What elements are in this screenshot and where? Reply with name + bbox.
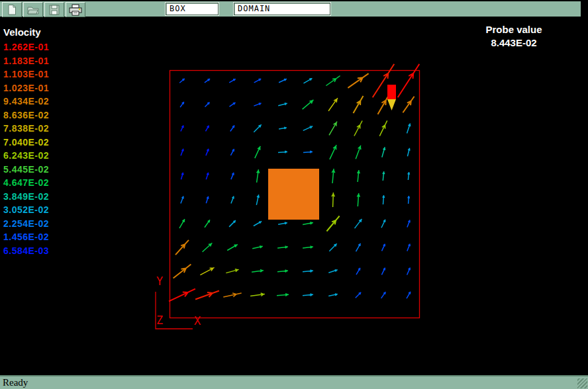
velocity-arrow [230,126,234,132]
velocity-arrow [277,294,289,296]
new-file-icon [5,4,19,16]
velocity-arrow [328,294,338,296]
velocity-arrow [304,78,313,83]
velocity-arrow [381,220,385,228]
velocity-arrow [407,292,411,298]
velocity-arrow [403,97,414,113]
velocity-arrow [378,95,389,114]
velocity-arrow [181,173,183,180]
velocity-arrow [303,246,313,248]
velocity-arrow [252,246,263,249]
velocity-arrow [230,149,234,155]
velocity-arrow [230,103,236,107]
velocity-arrow [206,196,209,203]
velocity-arrow [407,148,410,157]
save-file-button[interactable] [44,2,64,17]
axis-label-y: Y [156,275,163,288]
velocity-arrow [279,127,287,129]
velocity-arrow [382,244,385,251]
velocity-arrow [203,243,213,251]
velocity-arrow [278,103,287,106]
open-folder-icon [26,4,40,16]
new-file-button[interactable] [2,2,22,17]
velocity-arrow [277,270,288,272]
velocity-arrow [257,169,260,183]
velocity-arrow [332,193,335,207]
velocity-arrow [200,267,214,275]
velocity-arrow [329,243,336,251]
velocity-arrow [254,124,261,132]
velocity-arrow [407,123,411,133]
velocity-arrow [328,270,337,273]
velocity-arrow [355,219,362,228]
velocity-arrow [254,103,261,106]
velocity-arrow [326,76,340,86]
velocity-arrow [278,151,287,153]
app-window: BOX DOMAIN Velocity 1.262E-011.183E-011.… [0,0,588,389]
velocity-arrow [226,269,238,273]
velocity-arrow [179,219,185,228]
velocity-arrow [379,120,387,136]
status-bar: Ready [0,375,588,389]
velocity-arrow [354,96,364,113]
velocity-arrow [348,73,368,88]
velocity-arrow [303,126,313,131]
velocity-arrow [303,270,313,272]
velocity-arrow [383,171,385,181]
velocity-arrow [229,79,236,83]
velocity-arrow [354,121,362,136]
toolbar: BOX DOMAIN [0,0,588,18]
velocity-arrow [231,196,234,203]
velocity-arrow [356,243,361,251]
velocity-arrow [254,222,262,226]
velocity-arrow [223,293,241,297]
velocity-arrow [382,147,385,157]
vector-plot[interactable]: YZX [0,18,588,375]
status-text: Ready [3,377,28,388]
probe-marker-body[interactable] [387,85,396,99]
box-obstruction[interactable] [268,169,319,220]
box-field[interactable]: BOX [166,3,219,15]
velocity-arrow [407,220,410,227]
velocity-arrow [303,151,313,153]
velocity-arrow [250,293,265,296]
toolbar-face: BOX DOMAIN [0,1,581,17]
velocity-arrow [279,79,287,82]
velocity-arrow [356,292,361,298]
velocity-arrow [303,100,314,109]
velocity-arrow [408,172,410,180]
velocity-arrow [328,98,338,111]
velocity-arrow [175,240,189,255]
velocity-arrow [229,220,236,227]
velocity-arrow [231,173,234,179]
velocity-arrow [179,79,185,83]
open-file-button[interactable] [23,2,43,17]
velocity-arrow [173,265,191,279]
velocity-arrow [332,169,335,183]
velocity-arrow [356,146,361,159]
velocity-arrow [277,246,288,248]
print-button[interactable] [66,2,85,17]
velocity-arrow [181,196,183,203]
velocity-arrow [227,245,238,251]
velocity-arrow [357,193,360,206]
velocity-arrow [407,268,411,275]
resize-grip[interactable] [577,378,587,388]
velocity-arrow [407,243,410,251]
velocity-arrow [303,294,313,296]
velocity-arrow [278,222,287,224]
domain-field[interactable]: DOMAIN [234,3,330,15]
save-floppy-icon [48,4,61,16]
velocity-arrow [181,126,183,132]
velocity-arrow [205,103,210,107]
velocity-arrow [358,170,360,182]
velocity-arrow [169,289,195,302]
print-icon [68,4,83,16]
velocity-arrow [254,79,262,83]
velocity-arrow [329,122,337,136]
velocity-arrow [383,195,385,204]
velocity-arrow [256,194,259,205]
velocity-arrow [195,291,219,300]
velocity-arrow [303,222,313,225]
probe-marker-tip[interactable] [387,99,396,110]
